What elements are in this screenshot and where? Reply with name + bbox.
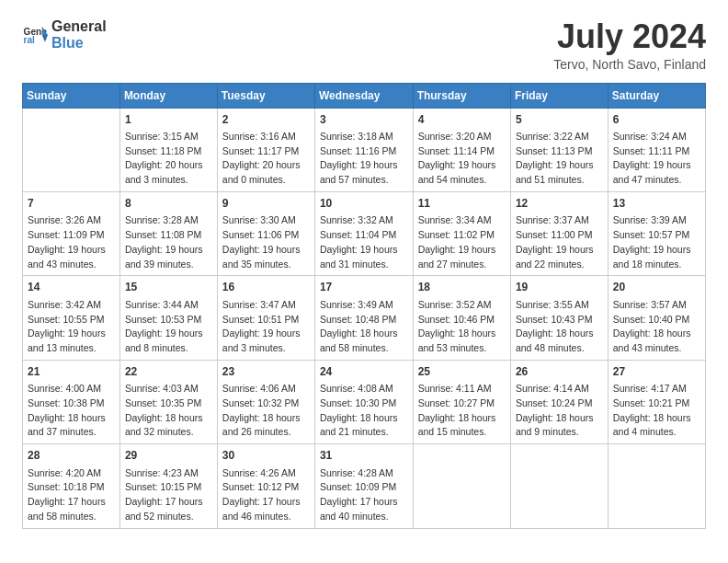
calendar-cell: 26Sunrise: 4:14 AM Sunset: 10:24 PM Dayl… [510, 360, 608, 443]
calendar-cell: 4Sunrise: 3:20 AM Sunset: 11:14 PM Dayli… [413, 108, 510, 191]
day-number: 7 [28, 196, 115, 212]
calendar-cell: 29Sunrise: 4:23 AM Sunset: 10:15 PM Dayl… [119, 444, 217, 528]
day-number: 4 [418, 112, 506, 128]
weekday-header-tuesday: Tuesday [217, 83, 314, 108]
calendar-cell [510, 444, 608, 528]
day-info: Sunrise: 3:18 AM Sunset: 11:16 PM Daylig… [320, 130, 408, 188]
calendar-cell: 11Sunrise: 3:34 AM Sunset: 11:02 PM Dayl… [413, 191, 510, 275]
calendar-cell: 6Sunrise: 3:24 AM Sunset: 11:11 PM Dayli… [608, 108, 705, 191]
day-info: Sunrise: 4:26 AM Sunset: 10:12 PM Daylig… [222, 466, 310, 524]
calendar-cell: 16Sunrise: 3:47 AM Sunset: 10:51 PM Dayl… [217, 276, 314, 360]
day-number: 10 [320, 196, 408, 212]
logo-icon: Gene ral [22, 22, 48, 48]
calendar-table: SundayMondayTuesdayWednesdayThursdayFrid… [22, 83, 706, 529]
calendar-cell: 27Sunrise: 4:17 AM Sunset: 10:21 PM Dayl… [608, 360, 705, 443]
day-info: Sunrise: 4:17 AM Sunset: 10:21 PM Daylig… [613, 382, 700, 440]
day-info: Sunrise: 4:11 AM Sunset: 10:27 PM Daylig… [418, 382, 506, 440]
header: Gene ral General Blue July 2024 Tervo, N… [22, 18, 706, 72]
calendar-cell [413, 444, 510, 528]
calendar-header: SundayMondayTuesdayWednesdayThursdayFrid… [23, 83, 706, 108]
logo-text: General Blue [51, 18, 107, 51]
calendar-cell: 28Sunrise: 4:20 AM Sunset: 10:18 PM Dayl… [23, 444, 120, 528]
day-info: Sunrise: 3:22 AM Sunset: 11:13 PM Daylig… [516, 130, 603, 188]
day-number: 19 [516, 280, 603, 295]
calendar-cell [23, 108, 120, 191]
calendar-cell: 22Sunrise: 4:03 AM Sunset: 10:35 PM Dayl… [119, 360, 217, 443]
calendar-cell: 31Sunrise: 4:28 AM Sunset: 10:09 PM Dayl… [314, 444, 413, 528]
day-number: 15 [125, 280, 212, 295]
logo-blue: Blue [51, 35, 107, 52]
day-info: Sunrise: 3:16 AM Sunset: 11:17 PM Daylig… [222, 130, 310, 188]
day-number: 31 [320, 448, 408, 464]
day-info: Sunrise: 3:34 AM Sunset: 11:02 PM Daylig… [418, 213, 506, 271]
calendar-cell: 2Sunrise: 3:16 AM Sunset: 11:17 PM Dayli… [217, 108, 314, 191]
location-subtitle: Tervo, North Savo, Finland [553, 57, 706, 72]
calendar-cell: 5Sunrise: 3:22 AM Sunset: 11:13 PM Dayli… [510, 108, 608, 191]
calendar-week-row: 21Sunrise: 4:00 AM Sunset: 10:38 PM Dayl… [23, 360, 706, 443]
day-info: Sunrise: 4:23 AM Sunset: 10:15 PM Daylig… [125, 466, 212, 524]
calendar-cell: 12Sunrise: 3:37 AM Sunset: 11:00 PM Dayl… [510, 191, 608, 275]
calendar-cell: 23Sunrise: 4:06 AM Sunset: 10:32 PM Dayl… [217, 360, 314, 443]
day-number: 27 [613, 364, 700, 380]
day-info: Sunrise: 3:15 AM Sunset: 11:18 PM Daylig… [125, 130, 212, 188]
calendar-week-row: 7Sunrise: 3:26 AM Sunset: 11:09 PM Dayli… [23, 191, 706, 275]
day-info: Sunrise: 3:24 AM Sunset: 11:11 PM Daylig… [613, 130, 700, 188]
calendar-cell: 19Sunrise: 3:55 AM Sunset: 10:43 PM Dayl… [510, 276, 608, 360]
calendar-cell: 24Sunrise: 4:08 AM Sunset: 10:30 PM Dayl… [314, 360, 413, 443]
day-info: Sunrise: 3:28 AM Sunset: 11:08 PM Daylig… [125, 213, 212, 271]
weekday-header-sunday: Sunday [23, 83, 120, 108]
day-info: Sunrise: 4:06 AM Sunset: 10:32 PM Daylig… [222, 382, 310, 440]
weekday-header-friday: Friday [510, 83, 608, 108]
day-info: Sunrise: 3:42 AM Sunset: 10:55 PM Daylig… [28, 298, 115, 356]
day-info: Sunrise: 3:52 AM Sunset: 10:46 PM Daylig… [418, 298, 506, 356]
day-info: Sunrise: 4:28 AM Sunset: 10:09 PM Daylig… [320, 466, 408, 524]
day-info: Sunrise: 4:14 AM Sunset: 10:24 PM Daylig… [516, 382, 603, 440]
day-number: 1 [125, 112, 212, 128]
day-number: 18 [418, 280, 506, 295]
day-number: 6 [613, 112, 700, 128]
calendar-cell: 9Sunrise: 3:30 AM Sunset: 11:06 PM Dayli… [217, 191, 314, 275]
calendar-cell: 21Sunrise: 4:00 AM Sunset: 10:38 PM Dayl… [23, 360, 120, 443]
day-number: 21 [28, 364, 115, 380]
day-info: Sunrise: 4:03 AM Sunset: 10:35 PM Daylig… [125, 382, 212, 440]
day-number: 3 [320, 112, 408, 128]
day-info: Sunrise: 4:08 AM Sunset: 10:30 PM Daylig… [320, 382, 408, 440]
svg-marker-3 [42, 35, 48, 42]
day-number: 12 [516, 196, 603, 212]
day-info: Sunrise: 3:37 AM Sunset: 11:00 PM Daylig… [516, 213, 603, 271]
day-number: 17 [320, 280, 408, 295]
weekday-header-row: SundayMondayTuesdayWednesdayThursdayFrid… [23, 83, 706, 108]
day-number: 13 [613, 196, 700, 212]
calendar-week-row: 1Sunrise: 3:15 AM Sunset: 11:18 PM Dayli… [23, 108, 706, 191]
calendar-body: 1Sunrise: 3:15 AM Sunset: 11:18 PM Dayli… [23, 108, 706, 528]
day-info: Sunrise: 4:00 AM Sunset: 10:38 PM Daylig… [28, 382, 115, 440]
calendar-cell: 7Sunrise: 3:26 AM Sunset: 11:09 PM Dayli… [23, 191, 120, 275]
day-number: 11 [418, 196, 506, 212]
day-number: 8 [125, 196, 212, 212]
calendar-page: Gene ral General Blue July 2024 Tervo, N… [0, 0, 728, 563]
calendar-cell [608, 444, 705, 528]
logo: Gene ral General Blue [22, 18, 107, 51]
day-number: 2 [222, 112, 310, 128]
day-number: 28 [28, 448, 115, 464]
day-number: 14 [28, 280, 115, 295]
calendar-cell: 1Sunrise: 3:15 AM Sunset: 11:18 PM Dayli… [119, 108, 217, 191]
day-number: 20 [613, 280, 700, 295]
calendar-cell: 8Sunrise: 3:28 AM Sunset: 11:08 PM Dayli… [119, 191, 217, 275]
day-info: Sunrise: 3:20 AM Sunset: 11:14 PM Daylig… [418, 130, 506, 188]
calendar-week-row: 28Sunrise: 4:20 AM Sunset: 10:18 PM Dayl… [23, 444, 706, 528]
day-number: 26 [516, 364, 603, 380]
day-info: Sunrise: 3:57 AM Sunset: 10:40 PM Daylig… [613, 298, 700, 356]
day-info: Sunrise: 3:32 AM Sunset: 11:04 PM Daylig… [320, 213, 408, 271]
day-info: Sunrise: 3:47 AM Sunset: 10:51 PM Daylig… [222, 298, 310, 356]
day-number: 29 [125, 448, 212, 464]
calendar-cell: 10Sunrise: 3:32 AM Sunset: 11:04 PM Dayl… [314, 191, 413, 275]
weekday-header-monday: Monday [119, 83, 217, 108]
day-info: Sunrise: 3:26 AM Sunset: 11:09 PM Daylig… [28, 213, 115, 271]
day-number: 23 [222, 364, 310, 380]
title-block: July 2024 Tervo, North Savo, Finland [553, 18, 706, 72]
calendar-cell: 18Sunrise: 3:52 AM Sunset: 10:46 PM Dayl… [413, 276, 510, 360]
weekday-header-wednesday: Wednesday [314, 83, 413, 108]
calendar-cell: 17Sunrise: 3:49 AM Sunset: 10:48 PM Dayl… [314, 276, 413, 360]
calendar-week-row: 14Sunrise: 3:42 AM Sunset: 10:55 PM Dayl… [23, 276, 706, 360]
